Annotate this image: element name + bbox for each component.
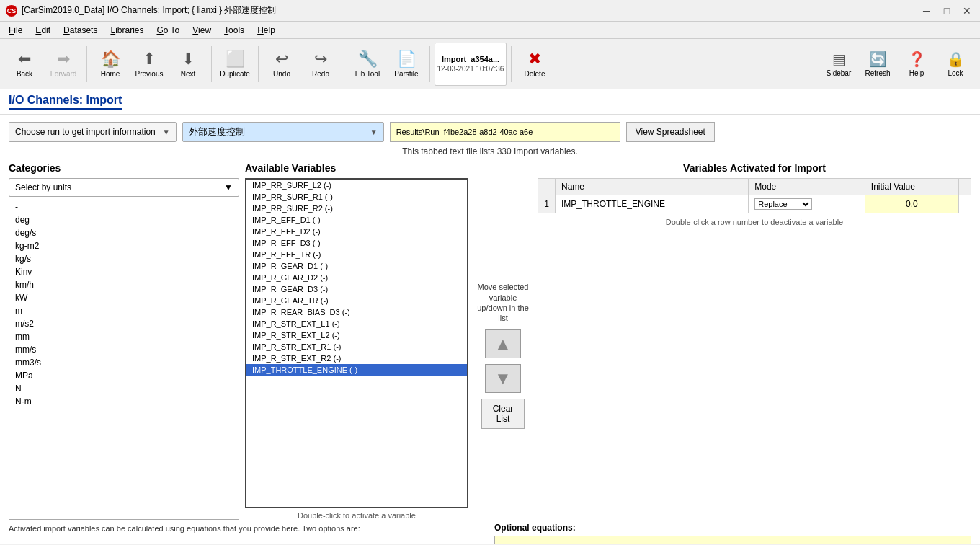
list-item[interactable]: kg/s [9, 252, 239, 265]
move-up-button[interactable]: ▲ [485, 329, 521, 358]
list-item[interactable]: IMP_R_STR_EXT_R1 (-) [246, 341, 467, 353]
list-item[interactable]: IMP_R_STR_EXT_L2 (-) [246, 329, 467, 341]
list-item[interactable]: deg/s [9, 226, 239, 239]
libtool-icon: 🔧 [358, 50, 378, 68]
home-button[interactable]: 🏠 Home [92, 43, 129, 86]
list-item[interactable]: IMP_R_STR_EXT_L1 (-) [246, 318, 467, 329]
init-val-cell[interactable]: 0.0 [865, 195, 958, 213]
delete-button[interactable]: ✖ Delete [516, 43, 553, 86]
list-item[interactable]: IMP_R_GEAR_D3 (-) [246, 283, 467, 295]
list-item[interactable]: Kinv [9, 265, 239, 278]
list-item[interactable]: IMP_RR_SURF_L2 (-) [246, 180, 467, 191]
menu-tools[interactable]: Tools [218, 24, 250, 37]
list-item[interactable]: IMP_RR_SURF_R2 (-) [246, 203, 467, 214]
menu-view[interactable]: View [187, 24, 217, 37]
list-item[interactable]: IMP_R_GEAR_TR (-) [246, 295, 467, 306]
next-icon: ⬇ [182, 50, 195, 68]
redo-icon: ↪ [314, 50, 327, 68]
list-item[interactable]: IMP_R_EFF_D2 (-) [246, 226, 467, 237]
col-header-scroll [959, 179, 971, 195]
main-panel: Categories Select by units ▼ - deg deg/s… [9, 162, 971, 520]
list-item[interactable]: m/s2 [9, 317, 239, 330]
parsfile-button[interactable]: 📄 Parsfile [388, 43, 425, 86]
lock-button[interactable]: 🔒 Lock [937, 43, 974, 86]
duplicate-button[interactable]: ⬜ Duplicate [216, 43, 254, 86]
undo-button[interactable]: ↩ Undo [263, 43, 300, 86]
clear-list-button[interactable]: ClearList [481, 399, 525, 429]
list-item[interactable]: km/h [9, 278, 239, 291]
refresh-button[interactable]: 🔄 Refresh [859, 43, 896, 86]
list-item[interactable]: kg-m2 [9, 239, 239, 252]
menu-help[interactable]: Help [251, 24, 281, 37]
list-item[interactable]: IMP_R_EFF_D1 (-) [246, 214, 467, 226]
mode-select[interactable]: Replace Add Multiply [754, 198, 812, 210]
list-item[interactable]: mm/s [9, 343, 239, 356]
back-button[interactable]: ⬅ Back [6, 43, 43, 86]
back-icon: ⬅ [18, 50, 31, 68]
move-down-button[interactable]: ▼ [485, 364, 521, 393]
title-bar-left: CS [CarSim2019.0_Data] I/O Channels: Imp… [6, 4, 276, 17]
toolbar-right: ▤ Sidebar 🔄 Refresh ❓ Help 🔒 Lock [820, 43, 974, 86]
list-item[interactable]: IMP_R_GEAR_D2 (-) [246, 272, 467, 283]
title-controls[interactable]: ─ □ ✕ [919, 4, 974, 18]
help-icon: ❓ [908, 50, 926, 68]
info-text: This tabbed text file lists 330 Import v… [9, 146, 971, 156]
optional-equations-input[interactable] [494, 536, 971, 544]
chinese-text: 外部速度控制 [189, 125, 245, 138]
redo-button[interactable]: ↪ Redo [302, 43, 339, 86]
menu-datasets[interactable]: Datasets [58, 24, 103, 37]
menu-goto[interactable]: Go To [151, 24, 185, 37]
activated-table: Name Mode Initial Value 1 IMP_THROTTLE_E… [538, 178, 971, 213]
list-item[interactable]: IMP_R_EFF_TR (-) [246, 249, 467, 260]
col-header-num [538, 179, 556, 195]
menu-libraries[interactable]: Libraries [104, 24, 149, 37]
filter-dropdown[interactable]: Select by units ▼ [9, 178, 239, 197]
row-number[interactable]: 1 [538, 195, 556, 213]
top-controls: Choose run to get import information ▼ 外… [9, 122, 971, 142]
list-item-selected[interactable]: IMP_THROTTLE_ENGINE (-) [246, 364, 467, 376]
path-field[interactable]: Results\Run_f4be2a28-a8d2-40ac-a6e [390, 122, 620, 142]
list-item[interactable]: N-m [9, 395, 239, 408]
view-spreadsheet-button[interactable]: View Spreadsheet [626, 122, 715, 142]
categories-title: Categories [9, 162, 239, 174]
toolbar-sep-5 [429, 46, 430, 82]
close-button[interactable]: ✕ [960, 4, 974, 18]
col-header-mode: Mode [749, 179, 865, 195]
list-item[interactable]: mm3/s [9, 356, 239, 369]
current-file-button[interactable]: Import_a354a... 12-03-2021 10:07:36 [435, 43, 507, 86]
list-item[interactable]: IMP_R_EFF_D3 (-) [246, 237, 467, 249]
menu-file[interactable]: File [3, 24, 28, 37]
categories-list[interactable]: - deg deg/s kg-m2 kg/s Kinv km/h kW m m/… [9, 200, 239, 520]
run-dropdown-label: Choose run to get import information [15, 127, 156, 137]
mode-cell[interactable]: Replace Add Multiply [749, 195, 865, 213]
next-button[interactable]: ⬇ Next [169, 43, 207, 86]
list-item[interactable]: kW [9, 291, 239, 304]
list-item[interactable]: - [9, 200, 239, 213]
chinese-dropdown[interactable]: 外部速度控制 ▼ [182, 122, 384, 142]
minimize-button[interactable]: ─ [919, 4, 934, 18]
libtool-button[interactable]: 🔧 Lib Tool [349, 43, 386, 86]
list-item[interactable]: m [9, 304, 239, 317]
list-item[interactable]: mm [9, 330, 239, 343]
delete-icon: ✖ [528, 50, 541, 68]
list-item[interactable]: MPa [9, 369, 239, 382]
list-item[interactable]: IMP_RR_SURF_R1 (-) [246, 191, 467, 203]
previous-button[interactable]: ⬆ Previous [130, 43, 168, 86]
previous-icon: ⬆ [143, 50, 156, 68]
available-variables-list[interactable]: IMP_RR_SURF_L2 (-) IMP_RR_SURF_R1 (-) IM… [245, 178, 468, 508]
categories-panel: Categories Select by units ▼ - deg deg/s… [9, 162, 239, 520]
list-item[interactable]: deg [9, 213, 239, 226]
list-item[interactable]: IMP_R_REAR_BIAS_D3 (-) [246, 306, 467, 318]
maximize-button[interactable]: □ [940, 4, 954, 18]
table-row: 1 IMP_THROTTLE_ENGINE Replace Add Multip… [538, 195, 971, 213]
undo-icon: ↩ [275, 50, 288, 68]
sidebar-button[interactable]: ▤ Sidebar [820, 43, 858, 86]
list-item[interactable]: N [9, 382, 239, 395]
list-item[interactable]: IMP_R_STR_EXT_R2 (-) [246, 353, 467, 364]
forward-button[interactable]: ➡ Forward [45, 43, 82, 86]
run-dropdown[interactable]: Choose run to get import information ▼ [9, 122, 177, 142]
help-button[interactable]: ❓ Help [898, 43, 935, 86]
list-item[interactable]: IMP_R_GEAR_D1 (-) [246, 260, 467, 272]
duplicate-icon: ⬜ [226, 50, 245, 68]
menu-edit[interactable]: Edit [30, 24, 56, 37]
